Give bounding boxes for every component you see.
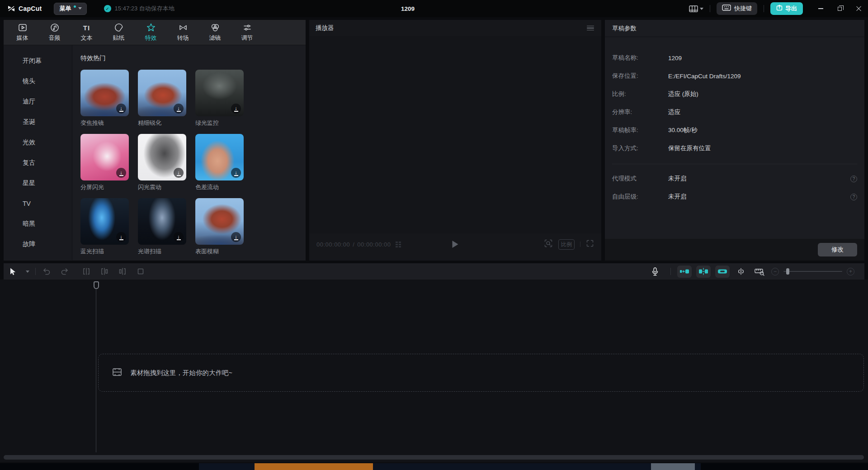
playhead-handle[interactable] [94,281,99,289]
tab-transition[interactable]: 转场 [167,23,199,42]
effect-card[interactable]: ↓ 表面模糊 [195,198,244,256]
section-title: 特效热门 [80,54,306,62]
media-dropzone[interactable]: 素材拖拽到这里，开始你的大作吧~ [98,354,864,392]
auto-snap-toggle[interactable] [677,266,692,278]
effect-card[interactable]: ↓ 蓝光扫描 [80,198,129,256]
effect-thumbnail: ↓ [195,134,244,180]
text-icon: TI [83,23,90,33]
param-label: 代理模式 [612,175,668,183]
param-label: 自由层级: [612,193,668,201]
window-title: 1209 [401,5,415,12]
crop-button[interactable] [132,263,150,280]
sidebar-item-dark[interactable]: 暗黑 [4,214,72,234]
sidebar-item-disco[interactable]: 迪厅 [4,91,72,112]
fullscreen-icon[interactable] [586,239,594,249]
linkage-toggle[interactable] [696,266,711,278]
download-icon: ↓ [231,104,241,114]
zoom-in-button[interactable]: + [847,268,854,275]
help-icon[interactable]: ? [850,194,857,200]
tab-label: 滤镜 [209,34,221,42]
split-button[interactable] [77,263,95,280]
tab-filter[interactable]: 滤镜 [199,23,231,42]
close-button[interactable] [849,0,868,17]
restore-button[interactable] [830,0,849,17]
window-controls [811,0,868,17]
effect-thumbnail: ↓ [138,70,186,116]
timecode-total: 00:00:00:00 [357,241,391,248]
sidebar-item-light[interactable]: 光效 [4,132,72,152]
autosave-status: ✓ 15:47:23 自动保存本地 [104,5,175,13]
tab-sticker[interactable]: 贴纸 [103,23,135,42]
download-icon: ↓ [231,232,241,242]
param-label: 导入方式: [612,144,668,152]
timeline-zoom-slider[interactable] [783,271,842,272]
player-viewport [309,36,601,233]
delete-right-button[interactable] [113,263,132,280]
delete-left-button[interactable] [95,263,113,280]
effect-card[interactable]: ↓ 分屏闪光 [80,134,129,191]
sidebar-item-distort[interactable]: 扭曲 [4,254,72,260]
param-label: 草稿名称: [612,54,668,62]
tab-label: 文本 [81,34,93,42]
sidebar-item-glitch[interactable]: 故障 [4,234,72,254]
param-value: 未开启 [668,175,687,183]
shortcuts-button[interactable]: 快捷键 [717,2,757,15]
tab-text[interactable]: TI 文本 [71,23,103,42]
effect-thumbnail: ↓ [80,198,129,245]
capcut-logo-icon [7,5,15,12]
tab-media[interactable]: 媒体 [6,23,38,42]
sidebar-item-christmas[interactable]: 圣诞 [4,112,72,132]
sidebar-item-lens[interactable]: 镜头 [4,71,72,91]
player-menu-icon[interactable] [587,26,594,31]
horizontal-scrollbar[interactable] [4,455,864,460]
select-cursor-button[interactable] [4,263,22,280]
param-value: E:/EFI/CapCut Drafts/1209 [668,73,741,80]
effect-card[interactable]: ↓ 光谱扫描 [138,198,186,256]
layout-switch-button[interactable] [689,5,703,12]
effect-name: 蓝光扫描 [80,247,129,256]
effect-thumbnail: ↓ [195,198,244,245]
download-icon: ↓ [174,104,184,114]
effect-card[interactable]: ↓ 绿光监控 [195,70,244,127]
preview-quality-icon[interactable] [544,239,553,250]
split-track-view-button[interactable] [734,263,748,280]
sidebar-item-stars[interactable]: 星星 [4,173,72,193]
effect-card[interactable]: ↓ 闪光震动 [138,134,186,191]
divider [764,5,764,12]
effect-card[interactable]: ↓ 色差流动 [195,134,244,191]
modify-button[interactable]: 修改 [818,243,857,256]
tab-audio[interactable]: 音频 [38,23,71,42]
redo-button[interactable] [56,263,74,280]
effect-name: 闪光震动 [138,183,186,191]
preview-axis-toggle[interactable] [715,266,730,278]
timeline-scale-button[interactable] [752,263,767,280]
cursor-mode-dropdown[interactable] [22,263,33,280]
timeline-area[interactable]: 素材拖拽到这里，开始你的大作吧~ [0,280,868,462]
effect-name: 分屏闪光 [80,183,129,191]
undo-button[interactable] [38,263,56,280]
export-button[interactable]: 导出 [770,2,803,15]
zoom-slider-handle[interactable] [786,268,789,275]
draft-params-panel: 草稿参数 草稿名称: 1209 保存位置: E:/EFI/CapCut Draf… [605,20,864,261]
ratio-button[interactable]: 比例 [558,239,575,250]
chevron-down-icon [78,7,82,9]
help-icon[interactable]: ? [850,176,857,182]
sidebar-item-tv[interactable]: TV [4,193,72,214]
menu-button[interactable]: 菜单 [54,3,87,15]
play-button[interactable] [453,241,458,248]
sidebar-item-retro[interactable]: 复古 [4,152,72,173]
param-label: 分辨率: [612,108,668,116]
tab-effects[interactable]: 特效 [135,23,167,42]
tab-adjust[interactable]: 调节 [231,23,263,42]
zoom-out-button[interactable]: − [771,268,779,275]
effect-card[interactable]: ↓ 精细锐化 [138,70,186,127]
record-voiceover-button[interactable] [646,263,664,280]
effect-thumbnail: ↓ [195,70,244,116]
frame-grid-icon [396,242,401,247]
minimize-button[interactable] [811,0,830,17]
sidebar-item-opening[interactable]: 开闭幕 [4,51,72,71]
params-footer: 修改 [605,239,864,261]
param-row: 导入方式: 保留在原有位置 [612,139,857,157]
brand-name: CapCut [19,5,42,12]
effect-card[interactable]: ↓ 变焦推镜 [80,70,129,127]
